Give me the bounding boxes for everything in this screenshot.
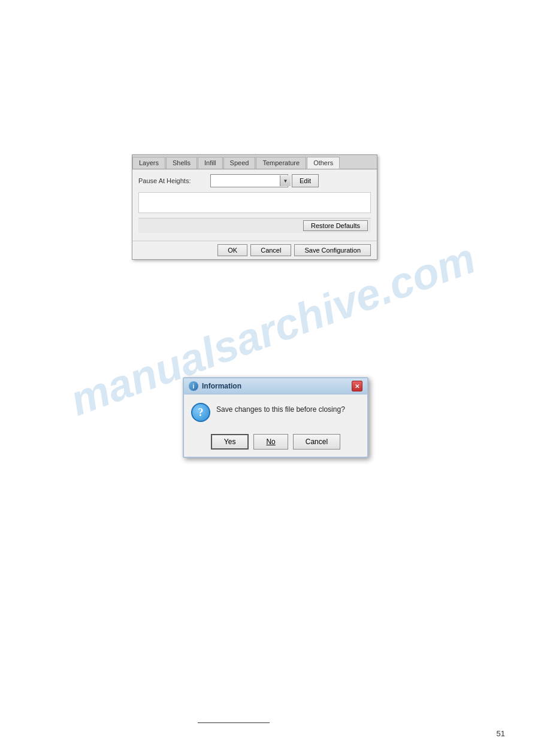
info-message: Save changes to this file before closing… <box>216 402 345 415</box>
settings-actions: OK Cancel Save Configuration <box>132 241 377 259</box>
restore-defaults-button[interactable]: Restore Defaults <box>303 220 368 231</box>
info-title-text: Information <box>202 382 241 390</box>
page: manualsarchive.com Layers Shells Infill … <box>0 0 535 756</box>
no-button[interactable]: No <box>253 434 288 450</box>
settings-dialog: Layers Shells Infill Speed Temperature O… <box>132 154 377 260</box>
info-dialog: i Information ✕ ? Save changes to this f… <box>183 377 368 458</box>
pause-at-heights-label: Pause At Heights: <box>138 177 210 184</box>
pause-at-heights-row: Pause At Heights: ▼ Edit <box>138 174 371 187</box>
ok-button[interactable]: OK <box>217 244 247 256</box>
cancel-button[interactable]: Cancel <box>250 244 291 256</box>
tab-speed[interactable]: Speed <box>223 157 256 169</box>
info-title-left: i Information <box>189 381 241 391</box>
question-icon: ? <box>191 403 210 422</box>
tab-temperature[interactable]: Temperature <box>256 157 306 169</box>
save-configuration-button[interactable]: Save Configuration <box>294 244 371 256</box>
info-close-button[interactable]: ✕ <box>352 381 362 391</box>
tab-others[interactable]: Others <box>307 157 340 169</box>
empty-content-area <box>138 192 371 213</box>
tab-layers[interactable]: Layers <box>132 157 165 169</box>
info-dialog-buttons: Yes No Cancel <box>184 429 367 457</box>
info-cancel-button[interactable]: Cancel <box>293 434 340 450</box>
pause-dropdown-wrapper: ▼ <box>210 174 292 187</box>
settings-tabs: Layers Shells Infill Speed Temperature O… <box>132 155 377 169</box>
settings-footer: Restore Defaults <box>138 218 371 233</box>
info-body: ? Save changes to this file before closi… <box>184 394 367 429</box>
tab-shells[interactable]: Shells <box>166 157 197 169</box>
info-title-icon: i <box>189 381 198 391</box>
pause-at-heights-dropdown[interactable] <box>210 174 288 187</box>
yes-button[interactable]: Yes <box>211 434 249 450</box>
settings-content: Pause At Heights: ▼ Edit Restore Default… <box>132 169 377 241</box>
bottom-line <box>198 722 270 723</box>
page-number: 51 <box>497 729 505 738</box>
tab-infill[interactable]: Infill <box>198 157 223 169</box>
info-titlebar: i Information ✕ <box>184 378 367 394</box>
edit-button[interactable]: Edit <box>292 174 319 187</box>
